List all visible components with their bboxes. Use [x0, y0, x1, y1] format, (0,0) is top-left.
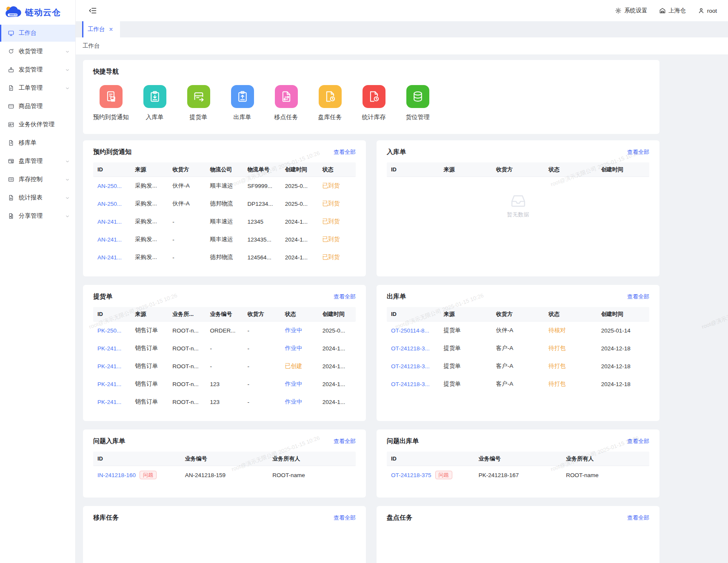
table-cell: 提货单	[439, 344, 491, 352]
table-cell: SF9999...	[243, 183, 281, 189]
sidebar-item-label: 分享管理	[19, 212, 43, 220]
quick-nav-item-4[interactable]: 移点任务	[268, 85, 304, 121]
sidebar-item-2[interactable]: 发货管理	[0, 61, 75, 78]
sidebar-item-1[interactable]: 收货管理	[0, 43, 75, 60]
sidebar-item-4[interactable]: 商品管理	[0, 98, 75, 115]
view-all-link[interactable]: 查看全部	[334, 293, 356, 301]
table-cell: OT-241218-3...	[387, 345, 439, 352]
settings-button[interactable]: 系统设置	[615, 7, 647, 14]
view-all-link[interactable]: 查看全部	[334, 438, 356, 445]
view-all-link[interactable]: 查看全部	[627, 148, 649, 156]
quick-nav-tile	[143, 85, 166, 108]
table-cell: 已到货	[318, 218, 356, 225]
database-icon	[411, 90, 424, 103]
status-text: 待打包	[548, 381, 566, 387]
user-menu[interactable]: root	[698, 7, 717, 14]
table-cell: 销售订单	[131, 327, 168, 334]
sidebar-item-label: 收货管理	[19, 48, 43, 55]
table-cell: -	[243, 399, 281, 405]
table-cell: 已到货	[318, 253, 356, 261]
id-link[interactable]: OT-241218-375	[391, 472, 431, 478]
quick-nav-title: 快捷导航	[93, 68, 119, 76]
table-cell: -	[206, 345, 243, 352]
quick-nav-item-6[interactable]: 统计库存	[356, 85, 391, 121]
table-cell: 客户-A	[492, 380, 544, 388]
table-cell: 2024-12-18	[597, 363, 649, 370]
id-link[interactable]: PK-241...	[97, 399, 121, 405]
sidebar-item-6[interactable]: 移库单	[0, 134, 75, 151]
table-cell: 2025-0...	[281, 183, 318, 189]
sidebar-item-9[interactable]: 统计报表	[0, 189, 75, 206]
sidebar-item-label: 发货管理	[19, 66, 43, 74]
sidebar-item-0[interactable]: 工作台	[0, 25, 75, 42]
id-link[interactable]: OT-241218-3...	[391, 381, 430, 387]
table-cell: PK-241218-167	[474, 472, 562, 478]
table-cell: 销售订单	[131, 344, 168, 352]
column-header: 收货方	[492, 310, 544, 318]
brand-name: 链动云仓	[25, 7, 61, 18]
table-cell: ROOT-name	[562, 472, 649, 478]
sidebar-item-label: 商品管理	[19, 102, 43, 110]
id-link[interactable]: AN-250...	[97, 183, 122, 189]
quick-nav-item-0[interactable]: 预约到货通知	[93, 85, 128, 121]
view-all-link[interactable]: 查看全部	[334, 514, 356, 522]
id-link[interactable]: PK-241...	[97, 345, 121, 352]
sidebar-collapse-icon[interactable]	[89, 6, 97, 15]
tab-workbench[interactable]: 工作台	[82, 21, 120, 37]
quick-nav-tile	[406, 85, 429, 108]
sidebar-item-5[interactable]: 业务伙伴管理	[0, 116, 75, 133]
id-link[interactable]: OT-241218-3...	[391, 363, 430, 370]
view-all-link[interactable]: 查看全部	[627, 514, 649, 522]
id-link[interactable]: AN-250...	[97, 201, 122, 207]
id-link[interactable]: IN-241218-160	[97, 472, 136, 478]
sidebar-item-10[interactable]: 分享管理	[0, 208, 75, 225]
quick-nav-item-7[interactable]: 货位管理	[400, 85, 435, 121]
view-all-link[interactable]: 查看全部	[334, 148, 356, 156]
table-cell: 123	[206, 381, 243, 387]
id-link[interactable]: AN-241...	[97, 254, 122, 261]
view-all-link[interactable]: 查看全部	[627, 438, 649, 445]
table-cell: 2024-1...	[318, 381, 356, 387]
id-link[interactable]: PK-241...	[97, 363, 121, 370]
quick-nav-item-3[interactable]: 出库单	[225, 85, 260, 121]
problem-badge: 问题	[140, 471, 157, 479]
count-icon	[8, 158, 14, 165]
status-text: 已到货	[323, 218, 340, 225]
table-cell: 提货单	[439, 327, 491, 334]
table-cell: IN-241218-160问题	[93, 471, 181, 479]
view-all-link[interactable]: 查看全部	[627, 293, 649, 301]
sidebar-item-8[interactable]: 库存控制	[0, 171, 75, 188]
id-link[interactable]: AN-241...	[97, 219, 122, 225]
quick-nav-tile	[275, 85, 298, 108]
tab-close-icon[interactable]	[108, 27, 114, 32]
table-cell: 2024-1...	[281, 254, 318, 261]
card-title: 盘点任务	[387, 514, 412, 522]
id-link[interactable]: AN-241...	[97, 236, 122, 243]
status-text: 作业中	[285, 345, 303, 351]
quick-nav-item-2[interactable]: 提货单	[181, 85, 216, 121]
sidebar-item-7[interactable]: 盘库管理	[0, 153, 75, 170]
chevron-down-icon	[65, 49, 70, 54]
logo-cloud-icon	[4, 5, 23, 20]
table-cell: 客户-A	[492, 344, 544, 352]
id-link[interactable]: PK-250...	[97, 327, 121, 334]
quick-nav-label: 统计库存	[362, 114, 386, 121]
pick-table: ID来源业务所...业务编号收货方状态创建时间PK-250...销售订单ROOT…	[93, 307, 356, 411]
id-link[interactable]: OT-250114-8...	[391, 327, 429, 334]
id-link[interactable]: OT-241218-3...	[391, 345, 430, 352]
column-header: 创建时间	[318, 310, 356, 318]
quick-nav-item-5[interactable]: 盘库任务	[312, 85, 348, 121]
warehouse-selector[interactable]: 上海仓	[659, 7, 686, 14]
report-icon	[8, 194, 14, 201]
clipboard-in-icon	[148, 90, 161, 103]
move-icon	[8, 139, 14, 146]
tabbar: 工作台	[76, 21, 728, 37]
table-cell: 已到货	[318, 182, 356, 190]
table-cell: 2024-1...	[281, 236, 318, 243]
id-link[interactable]: PK-241...	[97, 381, 121, 387]
table-cell: 销售订单	[131, 398, 168, 406]
sidebar-item-3[interactable]: 工单管理	[0, 80, 75, 97]
doc-truck-icon	[105, 90, 117, 103]
column-header: ID	[93, 311, 131, 317]
quick-nav-item-1[interactable]: 入库单	[137, 85, 172, 121]
